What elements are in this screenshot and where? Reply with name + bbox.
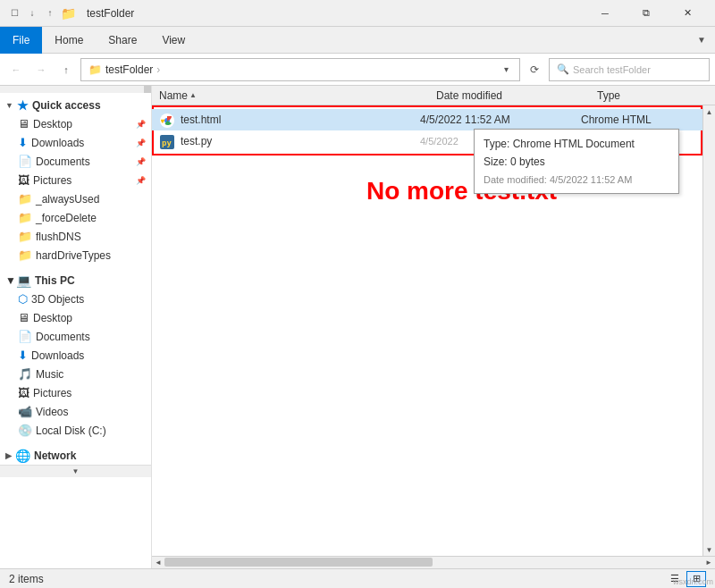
disk-icon: 💿 [18,424,32,437]
file-name-html: test.html [181,113,221,126]
main-layout: ▼ ★ Quick access 🖥 Desktop 📌 ⬇ Downloads… [0,86,715,568]
folder-icon-alwaysused: 📁 [18,192,32,206]
folder-icon-harddrivetypes: 📁 [18,248,32,262]
sidebar: ▼ ★ Quick access 🖥 Desktop 📌 ⬇ Downloads… [0,86,152,568]
sidebar-scroll-top [0,86,151,93]
this-pc-icon: 💻 [16,273,31,288]
ribbon: File Home Share View ▼ [0,27,715,54]
col-header-name[interactable]: Name ▲ [159,89,436,102]
pictures-icon-qa: 🖼 [18,173,29,187]
up-button[interactable]: ↑ [55,59,77,80]
folder-icon-forcedelete: 📁 [18,211,32,224]
forward-button[interactable]: → [30,59,52,80]
file-name-cell-py: py test.py [159,133,420,148]
sidebar-item-videos[interactable]: 📹 Videos [0,402,151,421]
col-sort-icon: ▲ [189,91,197,99]
documents-icon-qa: 📄 [18,155,32,168]
sidebar-downloads-pc-label: Downloads [31,349,146,362]
this-pc-label: This PC [35,274,75,287]
desktop-icon-pc: 🖥 [18,311,29,324]
sidebar-3dobjects-label: 3D Objects [31,293,146,306]
sidebar-item-local-disk[interactable]: 💿 Local Disk (C:) [0,421,151,440]
svg-text:py: py [162,139,172,147]
ribbon-tab-file[interactable]: File [0,27,42,54]
sidebar-scroll-down[interactable]: ▼ [0,465,151,477]
watermark: wsxdn.com [673,577,713,586]
sidebar-item-desktop-pc[interactable]: 🖥 Desktop [0,308,151,327]
sidebar-item-3dobjects[interactable]: ⬡ 3D Objects [0,290,151,308]
sidebar-network-header[interactable]: ▶ 🌐 Network [0,443,151,465]
address-input[interactable]: 📁 testFolder › ▾ [80,58,520,81]
sidebar-item-documents-qa[interactable]: 📄 Documents 📌 [0,152,151,171]
sidebar-flushdns-label: flushDNS [36,231,146,243]
title-bar-title: testFolder [87,7,585,20]
sidebar-documents-qa-label: Documents [36,155,134,168]
sidebar-item-music[interactable]: 🎵 Music [0,365,151,383]
downloads-icon-qa: ⬇ [18,136,28,149]
sidebar-item-downloads-pc[interactable]: ⬇ Downloads [0,346,151,365]
scroll-left-arrow[interactable]: ◄ [152,557,164,569]
title-bar-controls: ─ ⧉ ✕ [585,0,708,27]
sidebar-documents-pc-label: Documents [36,331,146,343]
tooltip-date: Date modified: 4/5/2022 11:52 AM [484,172,669,189]
col-header-date[interactable]: Date modified [436,89,597,102]
file-row-test-html[interactable]: test.html 4/5/2022 11:52 AM Chrome HTML [152,109,702,130]
search-box[interactable]: 🔍 Search testFolder [549,58,710,81]
scroll-up-arrow[interactable]: ▲ [703,105,716,118]
pin-icon-pictures: 📌 [136,176,146,185]
video-icon: 📹 [18,405,32,418]
sidebar-scroll-down-arrow: ▼ [72,467,80,475]
sidebar-item-forcedelete[interactable]: 📁 _forceDelete [0,208,151,227]
quick-access-expand-icon: ▼ [5,101,13,110]
address-bar: ← → ↑ 📁 testFolder › ▾ ⟳ 🔍 Search testFo… [0,54,715,86]
ribbon-collapse-chevron[interactable]: ▼ [688,35,715,45]
close-button[interactable]: ✕ [667,0,708,27]
scroll-right-arrow[interactable]: ► [702,557,715,569]
ribbon-tab-home[interactable]: Home [42,27,96,54]
scroll-track[interactable] [703,118,715,543]
ribbon-tab-view[interactable]: View [149,27,198,54]
horizontal-scrollbar: ◄ ► [152,556,715,568]
sidebar-item-downloads-qa[interactable]: ⬇ Downloads 📌 [0,133,151,152]
music-icon: 🎵 [18,367,32,381]
sidebar-this-pc-header[interactable]: ▼ 💻 This PC [0,268,151,290]
refresh-button[interactable]: ⟳ [524,59,545,80]
tb-icon-1[interactable]: ☐ [7,6,21,21]
title-bar-icons: ☐ ↓ ↑ 📁 [7,6,80,21]
address-folder-icon: 📁 [88,63,102,76]
file-list-container: test.html 4/5/2022 11:52 AM Chrome HTML … [152,105,715,556]
vertical-scrollbar: ▲ ▼ [702,105,715,556]
back-button[interactable]: ← [5,59,27,80]
ribbon-tab-share[interactable]: Share [96,27,149,54]
sidebar-item-harddrivetypes[interactable]: 📁 hardDriveTypes [0,246,151,265]
col-type-label: Type [597,89,620,102]
sidebar-item-flushdns[interactable]: 📁 flushDNS [0,227,151,246]
sidebar-pictures-qa-label: Pictures [33,174,134,187]
minimize-button[interactable]: ─ [585,0,626,27]
col-date-label: Date modified [436,89,502,102]
sidebar-local-disk-label: Local Disk (C:) [36,424,146,437]
tb-icon-2[interactable]: ↓ [25,6,39,21]
sidebar-item-desktop-qa[interactable]: 🖥 Desktop 📌 [0,114,151,133]
sidebar-alwaysused-label: _alwaysUsed [36,193,146,206]
address-dropdown-arrow[interactable]: ▾ [500,64,512,74]
tb-icon-3[interactable]: ↑ [43,6,57,21]
sidebar-item-pictures-pc[interactable]: 🖼 Pictures [0,383,151,402]
sidebar-music-label: Music [36,368,146,381]
h-scroll-thumb [164,558,433,567]
sidebar-quick-access-header[interactable]: ▼ ★ Quick access [0,93,151,114]
pictures-icon-pc: 🖼 [18,386,29,399]
file-type-html: Chrome HTML [581,113,695,126]
col-name-label: Name [159,89,188,102]
tooltip-type: Type: Chrome HTML Document [484,135,669,153]
file-date-html: 4/5/2022 11:52 AM [420,113,581,126]
sidebar-item-alwaysused[interactable]: 📁 _alwaysUsed [0,189,151,208]
sidebar-item-documents-pc[interactable]: 📄 Documents [0,327,151,346]
col-header-type[interactable]: Type [597,89,708,102]
network-icon: 🌐 [15,449,30,463]
3d-icon: ⬡ [18,292,28,306]
restore-button[interactable]: ⧉ [626,0,667,27]
h-scroll-track[interactable] [164,557,702,568]
scroll-down-arrow[interactable]: ▼ [703,543,716,556]
sidebar-item-pictures-qa[interactable]: 🖼 Pictures 📌 [0,171,151,189]
